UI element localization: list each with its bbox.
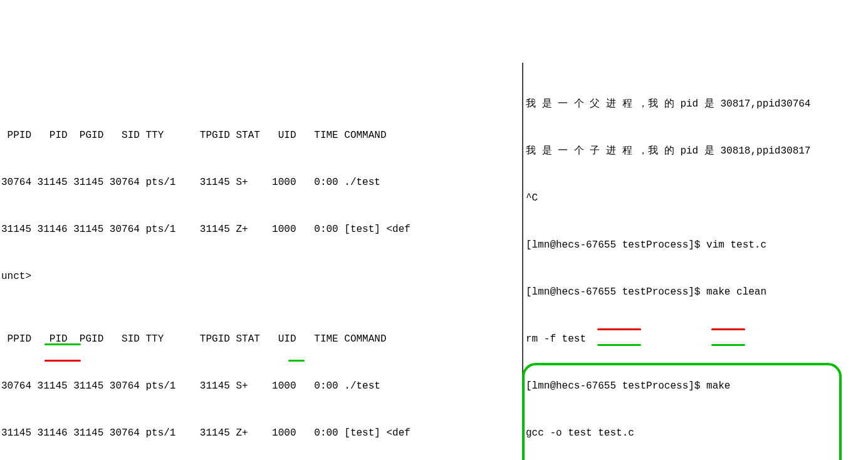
output-line: 我 是 一 个 子 进 程 ，我 的 pid 是 30818,ppid30817	[526, 144, 868, 159]
output-line: gcc -o test test.c	[526, 426, 868, 441]
output-line: 我 是 一 个 父 进 程 ，我 的 pid 是 30817,ppid30764	[526, 97, 868, 112]
right-terminal-pane[interactable]: 我 是 一 个 父 进 程 ，我 的 pid 是 30817,ppid30764…	[523, 63, 868, 460]
ps-row: 31145 31146 31145 30764 pts/1 31145 Z+ 1…	[1, 426, 522, 441]
annotation-underline-red	[597, 328, 641, 330]
ps-row: 31145 31146 31145 30764 pts/1 31145 Z+ 1…	[1, 222, 522, 238]
ps-output: PPID PID PGID SID TTY TPGID STAT UID TIM…	[1, 97, 522, 460]
annotation-underline-red	[711, 328, 745, 330]
prompt-line: [lmn@hecs-67655 testProcess]$ make clean	[526, 285, 868, 300]
ps-trailer: unct>	[1, 269, 522, 285]
ps-header: PPID PID PGID SID TTY TPGID STAT UID TIM…	[1, 332, 522, 347]
output-line: ^C	[526, 191, 868, 206]
ps-row: 30764 31145 31145 30764 pts/1 31145 S+ 1…	[1, 379, 522, 394]
ps-row: 30764 31145 31145 30764 pts/1 31145 S+ 1…	[1, 175, 522, 191]
prompt-line: [lmn@hecs-67655 testProcess]$ vim test.c	[526, 238, 868, 253]
ps-header: PPID PID PGID SID TTY TPGID STAT UID TIM…	[1, 128, 522, 144]
prompt-line: [lmn@hecs-67655 testProcess]$ make	[526, 379, 868, 394]
annotation-box-green	[522, 363, 842, 460]
output-line: rm -f test	[526, 332, 868, 347]
left-terminal-pane[interactable]: PPID PID PGID SID TTY TPGID STAT UID TIM…	[0, 63, 523, 460]
